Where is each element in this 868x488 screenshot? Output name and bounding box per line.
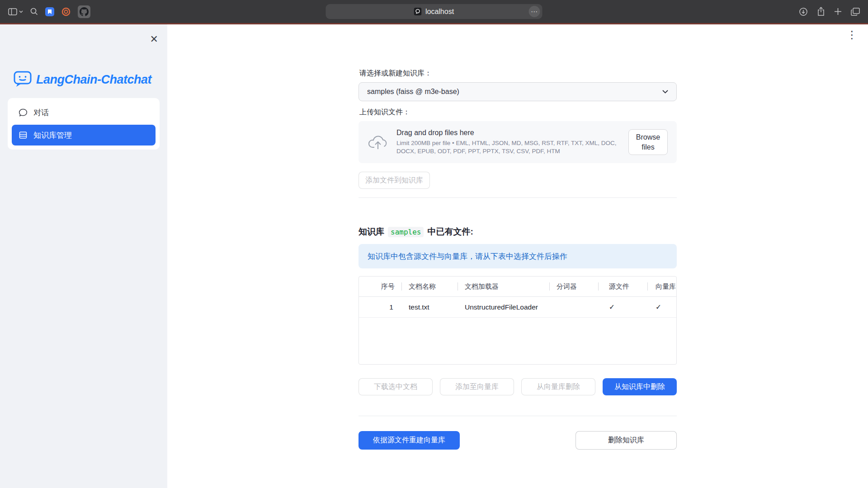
delete-kb-button[interactable]: 删除知识库 [576,431,677,450]
extension-blue-icon[interactable] [45,7,54,16]
page-settings-icon[interactable]: ⋯ [529,6,540,17]
file-dropzone[interactable]: Drag and drop files here Limit 200MB per… [359,121,677,163]
row-index: 1 [381,303,401,311]
table-header-vector[interactable]: 向量库 [647,277,676,296]
logo-wordmark: LangChain-Chatchat [36,73,151,87]
downloads-icon[interactable] [799,7,808,16]
add-to-vector-button[interactable]: 添加至向量库 [440,378,514,395]
table-header-name[interactable]: 文档名称 [401,277,458,296]
logo-chat-icon [14,71,32,88]
share-icon[interactable] [817,7,825,16]
dropzone-hint: Limit 200MB per file • EML, HTML, JSON, … [396,139,620,155]
cloud-upload-icon [368,135,388,150]
info-alert: 知识库中包含源文件与向量库，请从下表中选择文件后操作 [359,244,677,268]
sidebar: ✕ LangChain-Chatchat 对话 知识库管理 [0,24,167,488]
kb-table-icon [19,131,28,140]
table-header-blank [359,277,381,296]
info-text: 知识库中包含源文件与向量库，请从下表中选择文件后操作 [368,251,567,262]
tab-overview-icon[interactable] [851,8,860,16]
table-header-row: 序号 文档名称 文档加载器 分词器 源文件 向量库 [359,277,676,297]
rebuild-vector-store-button[interactable]: 依据源文件重建向量库 [359,431,460,450]
remove-from-vector-button[interactable]: 从向量库删除 [521,378,595,395]
sidebar-panel-icon [8,8,17,15]
table-row[interactable]: 1 test.txt UnstructuredFileLoader ✓ ✓ [359,297,676,318]
main-area: ⋮ 请选择或新建知识库： samples (faiss @ m3e-base) … [167,24,868,488]
kb-select[interactable]: samples (faiss @ m3e-base) [359,82,677,101]
row-source-check-icon: ✓ [598,303,647,311]
sidebar-item-label: 对话 [33,108,49,118]
sidebar-toggle-button[interactable] [8,8,23,15]
kb-name-code: samples [388,227,424,237]
chevron-down-icon [19,10,23,13]
browser-toolbar: localhost ⋯ [0,0,868,23]
sidebar-close-icon[interactable]: ✕ [150,34,158,44]
content-column: 请选择或新建知识库： samples (faiss @ m3e-base) 上传… [359,24,677,450]
address-bar[interactable]: localhost ⋯ [326,4,542,19]
kb-files-table: 序号 文档名称 文档加载器 分词器 源文件 向量库 1 test.txt Uns… [359,276,677,365]
sidebar-menu: 对话 知识库管理 [8,98,160,150]
upload-label: 上传知识文件： [359,108,677,117]
divider [359,197,677,198]
url-text: localhost [425,8,454,16]
download-selected-button[interactable]: 下载选中文档 [359,378,433,395]
kb-files-heading: 知识库 samples 中已有文件: [359,226,677,238]
kb-heading-prefix: 知识库 [359,226,384,238]
row-vector-check-icon: ✓ [647,303,676,311]
chat-bubble-icon [19,108,28,117]
delete-from-kb-button[interactable]: 从知识库中删除 [603,378,677,395]
table-header-loader[interactable]: 文档加载器 [458,277,549,296]
new-tab-icon[interactable] [834,8,842,15]
kb-select-value: samples (faiss @ m3e-base) [367,88,459,96]
table-header-source[interactable]: 源文件 [598,277,647,296]
kb-select-label: 请选择或新建知识库： [359,69,677,78]
github-extension-icon[interactable] [78,5,90,18]
file-actions-row: 下载选中文档 添加至向量库 从向量库删除 从知识库中删除 [359,378,677,395]
table-empty-area [359,318,676,364]
table-header-splitter[interactable]: 分词器 [549,277,598,296]
row-loader: UnstructuredFileLoader [458,303,549,311]
dropzone-texts: Drag and drop files here Limit 200MB per… [396,129,620,155]
sidebar-item-kb-management[interactable]: 知识库管理 [12,125,156,145]
kb-actions-row: 依据源文件重建向量库 删除知识库 [359,431,677,450]
site-favicon [414,8,422,15]
dropzone-title: Drag and drop files here [396,129,620,137]
app-root: ✕ LangChain-Chatchat 对话 知识库管理 ⋮ [0,24,868,488]
kb-heading-suffix: 中已有文件: [427,226,473,238]
row-doc-name: test.txt [401,303,458,311]
extension-orange-icon[interactable] [61,7,71,16]
table-header-index[interactable]: 序号 [381,277,401,296]
add-files-to-kb-button[interactable]: 添加文件到知识库 [359,172,430,189]
sidebar-item-chat[interactable]: 对话 [12,102,156,123]
sidebar-item-label: 知识库管理 [33,130,72,141]
browse-files-button[interactable]: Browse files [628,129,668,155]
page-overflow-menu-icon[interactable]: ⋮ [847,30,857,40]
chevron-down-icon [662,90,668,94]
app-logo: LangChain-Chatchat [14,71,167,88]
divider [359,416,677,416]
search-icon[interactable] [30,8,38,15]
